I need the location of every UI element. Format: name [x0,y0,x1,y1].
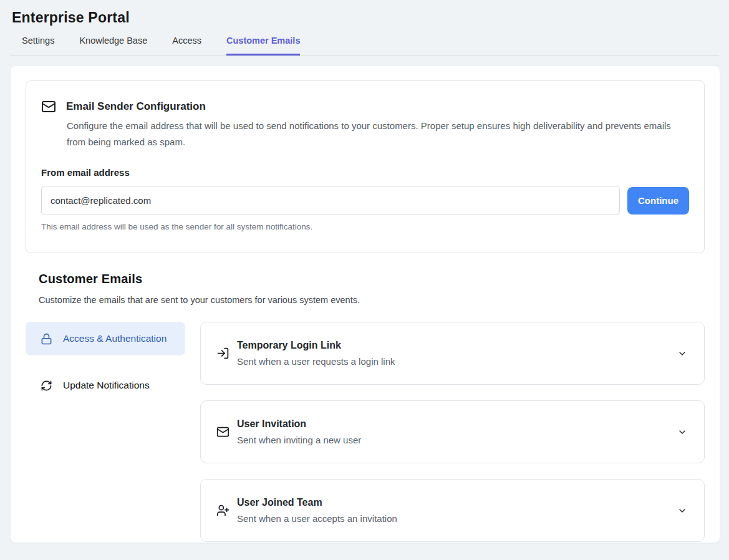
from-email-helper-text: This email address will be used as the s… [41,222,689,231]
email-card-subtitle: Sent when a user accepts an invitation [237,511,670,526]
email-card-subtitle: Sent when a user requests a login link [237,354,670,369]
email-sender-description: Configure the email address that will be… [67,118,678,150]
customer-emails-panel: Email Sender Configuration Configure the… [10,65,720,543]
continue-button[interactable]: Continue [627,187,689,215]
tab-customer-emails[interactable]: Customer Emails [226,26,300,56]
email-card-user-invitation[interactable]: User Invitation Sent when inviting a new… [200,400,705,463]
refresh-icon [41,380,52,392]
tab-access[interactable]: Access [172,26,201,56]
mail-icon [216,425,229,438]
tab-knowledge-base[interactable]: Knowledge Base [79,26,147,56]
tab-bar: Settings Knowledge Base Access Customer … [10,26,719,56]
page-header: Enterprise Portal [0,0,729,26]
customer-emails-title: Customer Emails [39,272,705,286]
mail-icon [41,99,56,114]
email-card-temporary-login-link[interactable]: Temporary Login Link Sent when a user re… [200,322,705,385]
category-update-notifications[interactable]: Update Notifications [26,369,185,402]
email-sender-configuration-card: Email Sender Configuration Configure the… [26,80,705,253]
lock-icon [41,333,52,345]
email-card-title: Temporary Login Link [237,338,670,353]
customer-emails-section: Customer Emails Customize the emails tha… [26,253,705,542]
chevron-down-icon[interactable] [677,506,687,516]
category-label: Update Notifications [63,377,150,393]
email-card-title: User Invitation [237,417,670,432]
user-plus-icon [216,504,229,517]
chevron-down-icon[interactable] [677,349,687,359]
from-email-input[interactable] [41,186,620,215]
log-in-icon [216,347,229,360]
email-card-subtitle: Sent when inviting a new user [237,433,670,448]
page-title: Enterprise Portal [12,9,717,26]
email-template-list: Temporary Login Link Sent when a user re… [200,322,705,542]
chevron-down-icon[interactable] [677,427,687,437]
category-access-authentication[interactable]: Access & Authentication [26,322,185,355]
email-sender-configuration-title: Email Sender Configuration [66,99,206,114]
email-card-title: User Joined Team [237,495,670,510]
email-card-user-joined-team[interactable]: User Joined Team Sent when a user accept… [200,479,705,542]
email-category-list: Access & Authentication Update Notificat… [26,322,185,542]
customer-emails-subtitle: Customize the emails that are sent to yo… [39,295,705,305]
tab-settings[interactable]: Settings [22,26,54,56]
category-label: Access & Authentication [63,331,167,347]
from-email-label: From email address [41,167,689,178]
